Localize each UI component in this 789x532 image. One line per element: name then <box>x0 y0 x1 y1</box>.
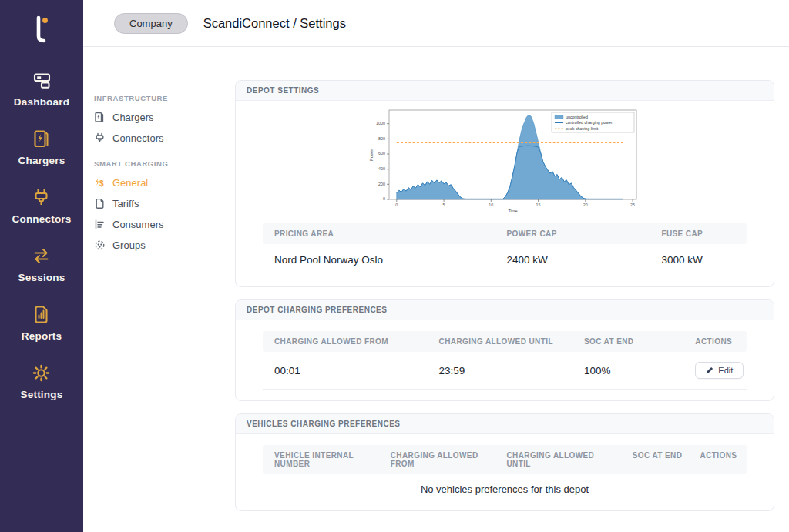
column-header: CHARGING ALLOWED FROM <box>379 445 495 474</box>
sidebar-item-dashboard[interactable]: Dashboard <box>14 70 69 108</box>
sidebar-item-settings[interactable]: Settings <box>21 363 63 400</box>
breadcrumb: ScandiConnect / Settings <box>203 16 346 31</box>
actions-cell: Edit <box>683 352 747 389</box>
svg-text:0: 0 <box>395 202 398 207</box>
svg-text:uncontrolled: uncontrolled <box>566 115 588 119</box>
consumers-list-icon <box>94 219 106 230</box>
svg-text:600: 600 <box>378 151 385 156</box>
charger-small-icon <box>94 112 106 123</box>
top-bar: Company ScandiConnect / Settings <box>83 0 789 47</box>
svg-text:200: 200 <box>378 182 385 186</box>
subnav-item-label: Tariffs <box>112 198 139 209</box>
depot-settings-table: PRICING AREA POWER CAP FUSE CAP Nord Poo… <box>263 223 747 276</box>
column-header: SOC AT END <box>621 445 689 474</box>
svg-text:20: 20 <box>583 202 588 207</box>
depot-chart: 020040060080010000510152025TimePowerunco… <box>366 105 643 220</box>
sidebar-item-reports[interactable]: Reports <box>22 304 62 342</box>
edit-button-label: Edit <box>718 366 733 375</box>
transfer-arrows-icon <box>31 246 52 266</box>
sidebar-item-label: Reports <box>22 330 62 342</box>
sidebar-item-sessions[interactable]: Sessions <box>18 246 65 283</box>
svg-text:0: 0 <box>383 196 385 201</box>
sidebar-item-connectors[interactable]: Connectors <box>12 187 71 225</box>
power-cap-value: 2400 kW <box>495 244 650 276</box>
column-header: SOC AT END <box>572 331 683 352</box>
subnav-item-label: Chargers <box>112 112 153 123</box>
table-header-row: CHARGING ALLOWED FROM CHARGING ALLOWED U… <box>263 331 747 352</box>
subnav-item-consumers[interactable]: Consumers <box>94 214 227 235</box>
column-header: ACTIONS <box>689 445 747 474</box>
column-header: PRICING AREA <box>263 223 495 244</box>
plug-small-icon <box>94 132 106 144</box>
subnav-item-label: Groups <box>112 239 146 251</box>
subnav-section-title: INFRASTRUCTURE <box>94 94 227 102</box>
vehicle-preferences-card: VEHICLES CHARGING PREFERENCES VEHICLE IN… <box>235 413 774 511</box>
column-header: CHARGING ALLOWED FROM <box>263 331 428 352</box>
charger-icon <box>32 129 52 149</box>
subnav-item-general[interactable]: $ General <box>94 172 227 193</box>
settings-subnav: INFRASTRUCTURE Chargers Connectors SMART… <box>94 83 227 256</box>
app-window: Dashboard Chargers Connectors Sessi <box>0 0 789 532</box>
company-badge[interactable]: Company <box>114 13 188 34</box>
svg-text:peak shaving limit: peak shaving limit <box>566 126 599 131</box>
column-header: CHARGING ALLOWED UNTIL <box>495 445 620 474</box>
svg-text:10: 10 <box>489 202 493 207</box>
subnav-item-tariffs[interactable]: Tariffs <box>94 193 227 214</box>
sidebar-item-label: Connectors <box>12 213 71 225</box>
sidebar-item-label: Chargers <box>18 155 65 166</box>
pencil-icon <box>706 366 713 374</box>
column-header: POWER CAP <box>495 223 650 244</box>
report-document-icon <box>31 304 52 325</box>
svg-text:25: 25 <box>630 202 635 207</box>
edit-button[interactable]: Edit <box>695 362 744 379</box>
table-header-row: VEHICLE INTERNAL NUMBER CHARGING ALLOWED… <box>263 445 747 474</box>
charging-from-value: 00:01 <box>263 355 428 386</box>
dashboard-icon <box>32 70 52 91</box>
card-title: DEPOT SETTINGS <box>236 81 774 101</box>
card-title: DEPOT CHARGING PREFERENCES <box>236 300 774 320</box>
table-header-row: PRICING AREA POWER CAP FUSE CAP <box>263 223 747 244</box>
table-row: Nord Pool Norway Oslo 2400 kW 3000 kW <box>263 244 747 276</box>
depot-preferences-table: CHARGING ALLOWED FROM CHARGING ALLOWED U… <box>263 331 747 390</box>
sidebar-item-label: Dashboard <box>14 96 69 108</box>
subnav-item-connectors[interactable]: Connectors <box>94 128 227 149</box>
plug-icon <box>31 187 52 208</box>
subnav-section-title: SMART CHARGING <box>94 159 227 168</box>
svg-text:15: 15 <box>536 202 541 207</box>
subnav-item-label: Consumers <box>112 219 163 230</box>
column-header: ACTIONS <box>683 331 747 352</box>
table-row: 00:01 23:59 100% Edit <box>263 352 747 390</box>
depot-settings-card: DEPOT SETTINGS 0200400600800100005101520… <box>235 80 774 287</box>
groups-icon <box>94 239 106 251</box>
subnav-item-label: Connectors <box>112 132 163 144</box>
logo-icon <box>26 12 57 47</box>
svg-text:$: $ <box>99 179 104 188</box>
svg-text:Time: Time <box>508 209 517 213</box>
smart-charging-icon: $ <box>94 177 106 189</box>
sidebar-item-chargers[interactable]: Chargers <box>18 129 65 166</box>
column-header: FUSE CAP <box>650 223 747 244</box>
app-logo[interactable] <box>26 9 57 49</box>
subnav-item-groups[interactable]: Groups <box>94 235 227 256</box>
gear-icon <box>31 363 52 383</box>
pricing-area-value: Nord Pool Norway Oslo <box>263 244 495 276</box>
svg-text:controlled charging power: controlled charging power <box>566 120 613 125</box>
depot-preferences-card: DEPOT CHARGING PREFERENCES CHARGING ALLO… <box>235 299 774 401</box>
fuse-cap-value: 3000 kW <box>650 244 747 276</box>
subnav-item-chargers[interactable]: Chargers <box>94 107 227 128</box>
svg-text:5: 5 <box>443 202 445 207</box>
svg-text:400: 400 <box>378 166 385 171</box>
column-header: CHARGING ALLOWED UNTIL <box>428 331 572 352</box>
tariff-document-icon <box>94 198 106 209</box>
sidebar-item-label: Settings <box>21 389 63 400</box>
svg-text:800: 800 <box>378 136 385 141</box>
column-header: VEHICLE INTERNAL NUMBER <box>263 445 379 474</box>
card-title: VEHICLES CHARGING PREFERENCES <box>236 414 774 434</box>
svg-text:Power: Power <box>369 149 374 161</box>
svg-text:1000: 1000 <box>376 121 385 125</box>
main-content: DEPOT SETTINGS 0200400600800100005101520… <box>235 80 774 524</box>
subnav-item-label: General <box>112 177 148 189</box>
soc-at-end-value: 100% <box>572 355 683 386</box>
charging-until-value: 23:59 <box>428 355 572 386</box>
empty-table-message: No vehicles preferences for this depot <box>263 474 747 500</box>
